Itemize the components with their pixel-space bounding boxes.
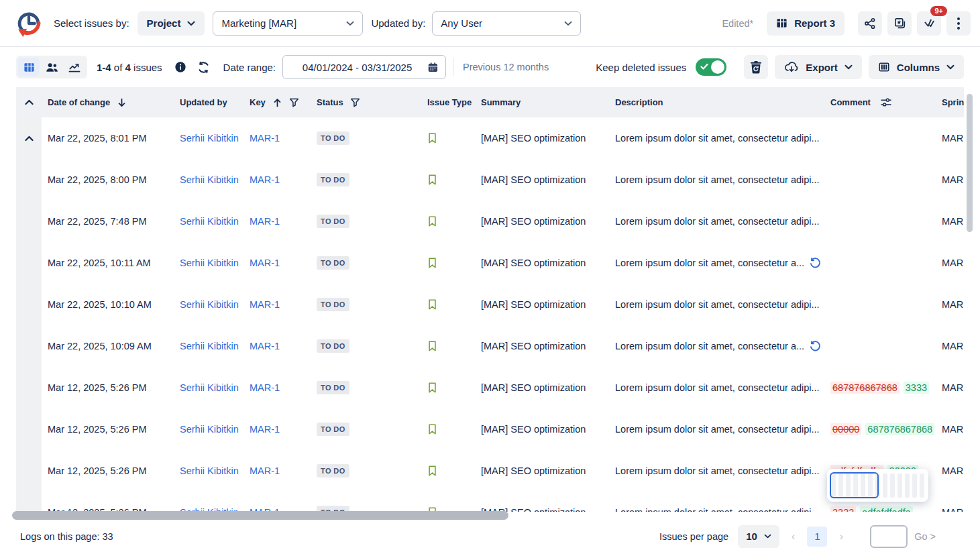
refresh-icon: [197, 61, 210, 74]
row-comment: [830, 242, 942, 284]
horizontal-scrollbar-thumb[interactable]: [12, 511, 508, 520]
updated-by-link[interactable]: Serhii Kibitkin: [180, 133, 239, 144]
share-button[interactable]: [858, 11, 882, 36]
row-description: Lorem ipsum dolor sit amet, consectetur …: [615, 325, 830, 367]
histogram-skeleton-bar: [905, 474, 910, 498]
issue-key-link[interactable]: MAR-1: [250, 133, 280, 144]
row-comment: 00000 687876867868: [830, 408, 942, 450]
issue-key-link[interactable]: MAR-1: [250, 299, 280, 310]
page-1-button[interactable]: 1: [807, 527, 827, 547]
export-button[interactable]: Export: [775, 55, 862, 79]
prev-page-button[interactable]: ‹: [789, 530, 798, 543]
updated-by-select[interactable]: Any User: [432, 11, 581, 36]
row-sprint: MAR S: [942, 117, 964, 159]
kebab-menu-icon: [957, 17, 960, 30]
top-bar: Select issues by: Project Marketing [MAR…: [0, 0, 980, 47]
chevron-down-icon: [946, 64, 955, 70]
table-row: Mar 22, 2025, 8:01 PM Serhii Kibitkin MA…: [16, 117, 964, 159]
refresh-button[interactable]: [197, 61, 210, 74]
people-view-button[interactable]: [41, 58, 62, 76]
goto-page-input[interactable]: [870, 525, 908, 548]
updated-by-link[interactable]: Serhii Kibitkin: [180, 258, 239, 268]
status-badge: TO DO: [317, 339, 349, 353]
updated-by-link[interactable]: Serhii Kibitkin: [180, 174, 239, 185]
date-range-input[interactable]: [282, 55, 446, 79]
vertical-scrollbar-thumb[interactable]: [967, 94, 973, 232]
collapse-row-icon[interactable]: [25, 135, 34, 142]
sort-desc-icon[interactable]: [117, 97, 127, 108]
kebab-menu-button[interactable]: [946, 11, 971, 36]
page-size-select[interactable]: 10: [738, 525, 779, 548]
info-button[interactable]: [174, 61, 186, 73]
restore-undo-icon: [810, 258, 821, 269]
history-table: Date of change Updated by Key Status Iss…: [16, 87, 964, 512]
select-mode-dropdown[interactable]: Project: [138, 11, 205, 36]
trash-button[interactable]: [744, 55, 768, 79]
next-page-button[interactable]: ›: [836, 530, 846, 543]
columns-button[interactable]: Columns: [869, 55, 964, 79]
export-cloud-icon: [784, 61, 799, 73]
sort-asc-icon[interactable]: [272, 97, 282, 108]
issues-per-page-label: Issues per page: [659, 531, 728, 542]
date-range-value[interactable]: [292, 62, 422, 73]
project-select[interactable]: Marketing [MAR]: [213, 11, 363, 36]
select-mode-label: Project: [147, 17, 181, 29]
grid-view-icon: [23, 62, 35, 73]
keep-deleted-toggle[interactable]: [696, 58, 726, 76]
row-gutter: [16, 367, 42, 408]
issue-key-link[interactable]: MAR-1: [250, 424, 280, 435]
filter-funnel-icon[interactable]: [289, 97, 299, 107]
story-issue-type-icon: [427, 340, 437, 352]
updated-by-link[interactable]: Serhii Kibitkin: [180, 382, 239, 393]
restore-value-button[interactable]: [810, 341, 821, 352]
columns-button-label: Columns: [897, 62, 940, 73]
collapse-all-icon[interactable]: [25, 99, 34, 105]
column-header-comment: Comment: [830, 97, 871, 107]
saved-reports-icon: [893, 17, 906, 30]
calendar-icon[interactable]: [427, 61, 439, 74]
issue-key-link[interactable]: MAR-1: [250, 258, 280, 268]
row-sprint: MAR S: [942, 201, 964, 242]
issues-count-range: 1-4: [97, 62, 111, 73]
histogram-skeleton-bar: [912, 474, 917, 498]
updated-by-label: Updated by:: [371, 17, 425, 29]
histogram-skeleton-bar: [897, 474, 902, 498]
saved-reports-button[interactable]: [887, 11, 912, 36]
comment-removed-text: 3333: [830, 506, 856, 512]
trash-restore-icon: [750, 60, 762, 74]
comment-removed-text: 687876867868: [830, 382, 900, 394]
updated-by-link[interactable]: Serhii Kibitkin: [180, 299, 239, 310]
issue-key-link[interactable]: MAR-1: [250, 216, 280, 227]
row-summary: [MAR] SEO optimization: [481, 159, 615, 201]
chart-view-button[interactable]: [64, 58, 85, 76]
filter-funnel-icon[interactable]: [350, 97, 360, 107]
issue-key-link[interactable]: MAR-1: [250, 341, 280, 351]
histogram-skeleton-bar: [920, 474, 924, 498]
issue-key-link[interactable]: MAR-1: [250, 174, 280, 185]
issues-count: 1-4 of 4 issues: [97, 62, 162, 73]
sliders-icon[interactable]: [880, 97, 892, 107]
histogram-skeleton-bar: [890, 474, 895, 498]
updated-by-link[interactable]: Serhii Kibitkin: [180, 216, 239, 227]
report-grid-icon: [776, 17, 787, 29]
range-selection-handle[interactable]: [830, 472, 879, 498]
goto-page-label: Go >: [914, 531, 936, 542]
comment-added-text: 687876867868: [865, 423, 934, 435]
updated-by-link[interactable]: Serhii Kibitkin: [180, 424, 239, 435]
report-button[interactable]: Report 3: [767, 11, 845, 36]
issue-key-link[interactable]: MAR-1: [250, 382, 280, 393]
chevron-down-icon: [346, 21, 354, 26]
updated-by-link[interactable]: Serhii Kibitkin: [180, 465, 239, 476]
row-summary: [MAR] SEO optimization: [481, 117, 615, 159]
status-badge: TO DO: [317, 131, 349, 145]
row-gutter: [16, 450, 42, 492]
row-gutter: [16, 242, 42, 284]
restore-value-button[interactable]: [810, 258, 821, 269]
table-body: Mar 22, 2025, 8:01 PM Serhii Kibitkin MA…: [16, 117, 964, 512]
row-description: Lorem ipsum dolor sit amet, consectetur …: [615, 284, 830, 325]
updated-by-link[interactable]: Serhii Kibitkin: [180, 341, 239, 351]
grid-view-button[interactable]: [18, 58, 40, 76]
whats-new-button[interactable]: 9+: [917, 11, 941, 36]
issue-key-link[interactable]: MAR-1: [250, 465, 280, 476]
table-row: Mar 22, 2025, 8:00 PM Serhii Kibitkin MA…: [16, 159, 964, 201]
